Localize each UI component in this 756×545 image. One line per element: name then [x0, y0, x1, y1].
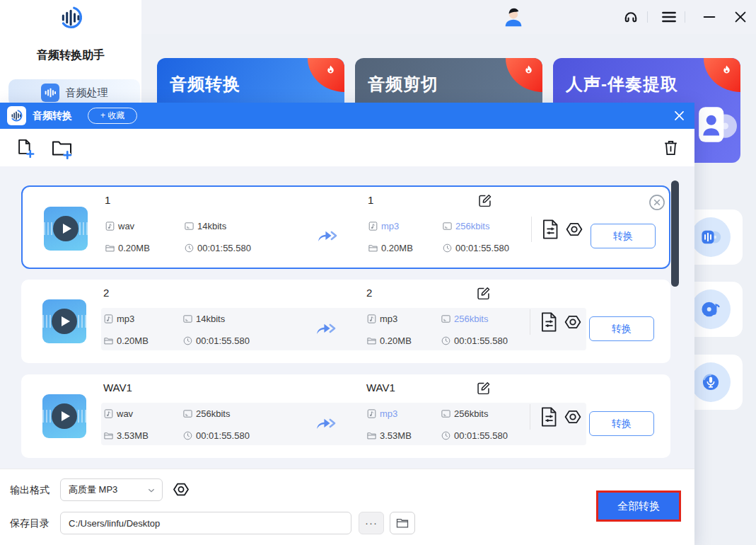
flame-icon — [325, 64, 337, 76]
chevron-down-icon — [146, 485, 157, 496]
flame-icon — [523, 64, 535, 76]
source-duration: 00:01:55.580 — [197, 243, 251, 253]
output-bitrate: 256kbits — [455, 221, 489, 231]
add-file-icon[interactable] — [15, 137, 35, 158]
convert-arrow-icon — [313, 320, 337, 338]
dialog-close-icon[interactable] — [673, 109, 686, 122]
remove-file-icon[interactable] — [648, 193, 666, 212]
convert-all-button[interactable]: 全部转换 — [596, 490, 681, 522]
audio-format-icon — [103, 408, 114, 419]
output-duration: 00:01:55.580 — [454, 430, 508, 441]
output-size: 0.20MB — [380, 335, 412, 346]
rename-icon[interactable] — [476, 381, 491, 396]
play-triangle — [63, 224, 71, 234]
audio-convert-icon — [691, 217, 731, 257]
dialog-logo-icon — [7, 106, 26, 125]
bitrate-icon — [441, 408, 451, 419]
app-window: 音频转换助手 音频处理 音频转换 音频剪切 人声-伴奏提取 音频转换 + 收藏 — [0, 0, 756, 545]
source-format: wav — [117, 408, 133, 419]
hot-badge — [506, 58, 542, 92]
disc-note-icon — [691, 289, 731, 329]
user-avatar-icon[interactable] — [502, 6, 525, 28]
menu-icon[interactable] — [660, 8, 678, 26]
output-file-title: 1 — [368, 194, 373, 206]
source-size: 0.20MB — [117, 335, 149, 346]
audio-bars-icon — [41, 84, 59, 102]
add-folder-icon[interactable] — [51, 137, 73, 159]
convert-arrow-icon — [313, 415, 337, 433]
file-row[interactable]: 2 mp3 14kbits 0.20MB 00:01:55.580 2 mp3 … — [21, 280, 670, 363]
format-settings-icon[interactable] — [170, 481, 192, 498]
divider — [530, 404, 530, 430]
output-bitrate: 256kbits — [454, 408, 488, 419]
app-title: 音频转换助手 — [0, 48, 141, 63]
file-size-icon — [366, 430, 377, 441]
output-metadata: mp3 256kbits 0.20MB 00:01:55.580 — [368, 215, 509, 259]
folder-icon — [395, 516, 409, 530]
file-settings-icon[interactable] — [541, 218, 560, 241]
convert-button[interactable]: 转换 — [589, 411, 654, 436]
format-settings-icon[interactable] — [562, 408, 584, 426]
browse-more-button[interactable]: ··· — [359, 512, 384, 534]
output-metadata: mp3 256kbits 3.53MB 00:01:55.580 — [366, 403, 508, 447]
dialog-footer: 输出格式 高质量 MP3 保存目录 ··· 全部转换 — [0, 469, 694, 545]
play-thumbnail[interactable] — [42, 299, 86, 343]
source-duration: 00:01:55.580 — [196, 335, 250, 346]
source-bitrate: 256kbits — [196, 408, 230, 419]
output-duration: 00:01:55.580 — [455, 243, 509, 253]
format-settings-icon[interactable] — [562, 313, 584, 331]
output-format-label: 输出格式 — [10, 484, 50, 497]
file-settings-icon[interactable] — [540, 406, 559, 428]
file-size-icon — [103, 335, 114, 346]
titlebar-divider — [685, 11, 685, 23]
scrollbar-thumb[interactable] — [671, 180, 679, 287]
rename-icon[interactable] — [477, 193, 492, 208]
format-settings-icon[interactable] — [563, 220, 586, 239]
close-window-icon[interactable] — [733, 9, 748, 25]
play-thumbnail[interactable] — [42, 394, 86, 438]
hot-badge — [308, 58, 344, 92]
convert-arrow-icon — [315, 227, 338, 246]
convert-button[interactable]: 转换 — [589, 316, 654, 341]
file-row[interactable]: 1 wav 14kbits 0.20MB 00:01:55.580 1 mp3 … — [21, 185, 670, 269]
bitrate-icon — [441, 314, 451, 324]
source-file-title: 2 — [103, 287, 109, 299]
favorite-button[interactable]: + 收藏 — [88, 108, 137, 124]
open-folder-button[interactable] — [390, 512, 415, 534]
source-metadata: mp3 14kbits 0.20MB 00:01:55.580 — [103, 308, 250, 352]
source-bitrate: 14kbits — [197, 221, 226, 231]
output-bitrate: 256kbits — [454, 314, 488, 324]
source-duration: 00:01:55.580 — [196, 430, 250, 441]
audio-format-icon — [103, 314, 114, 324]
dialog-title: 音频转换 — [33, 103, 72, 129]
file-list: 1 wav 14kbits 0.20MB 00:01:55.580 1 mp3 … — [0, 166, 694, 469]
source-format: wav — [118, 221, 134, 231]
minimize-icon[interactable] — [702, 9, 717, 25]
save-dir-input[interactable] — [60, 512, 351, 534]
card-label: 音频剪切 — [368, 73, 438, 96]
audio-convert-dialog: 音频转换 + 收藏 1 wav 14kbits 0.20MB 0 — [0, 103, 694, 545]
hot-badge — [704, 58, 740, 92]
duration-icon — [182, 430, 193, 441]
output-format-select[interactable]: 高质量 MP3 — [60, 478, 163, 501]
headset-support-icon[interactable] — [622, 8, 639, 25]
delete-all-icon[interactable] — [662, 139, 680, 156]
source-size: 3.53MB — [117, 430, 149, 441]
file-row[interactable]: WAV1 wav 256kbits 3.53MB 00:01:55.580 WA… — [21, 374, 670, 458]
convert-button[interactable]: 转换 — [591, 224, 656, 248]
output-file-title: 2 — [366, 287, 372, 299]
file-size-icon — [105, 243, 115, 253]
output-format: mp3 — [380, 314, 397, 324]
save-dir-label: 保存目录 — [10, 517, 50, 530]
output-file-title: WAV1 — [366, 382, 395, 394]
flame-icon — [721, 64, 733, 76]
divider — [530, 309, 530, 335]
audio-format-icon — [368, 221, 378, 231]
source-metadata: wav 14kbits 0.20MB 00:01:55.580 — [105, 215, 251, 259]
file-settings-icon[interactable] — [540, 311, 559, 333]
dialog-header: 音频转换 + 收藏 — [0, 103, 694, 129]
rename-icon[interactable] — [476, 286, 491, 301]
duration-icon — [184, 243, 194, 253]
duration-icon — [182, 335, 193, 346]
play-thumbnail[interactable] — [44, 207, 88, 251]
